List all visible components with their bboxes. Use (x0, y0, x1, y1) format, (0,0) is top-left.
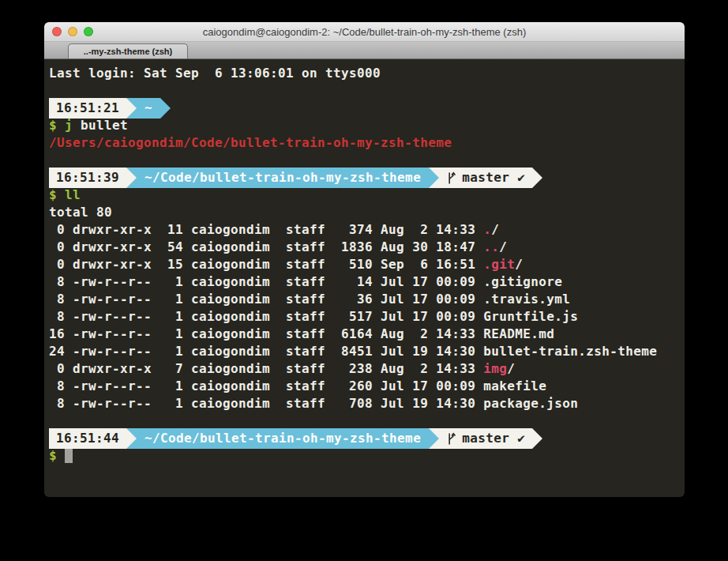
powerline-joint (532, 168, 542, 188)
dir-slash: / (491, 222, 499, 237)
directory-name: img (483, 361, 507, 376)
file-row: 0 drwxr-xr-x 54 caiogondim staff 1836 Au… (49, 239, 685, 256)
file-row: 8 -rw-r--r-- 1 caiogondim staff 260 Jul … (49, 378, 685, 395)
jump-output-path: /Users/caiogondim/Code/bullet-train-oh-m… (49, 135, 452, 150)
file-row-details: 24 -rw-r--r-- 1 caiogondim staff 8451 Ju… (49, 344, 483, 359)
powerline-joint (126, 168, 137, 188)
terminal-window: caiogondim@caiogondim-2: ~/Code/bullet-t… (44, 22, 685, 497)
file-row-details: 8 -rw-r--r-- 1 caiogondim staff 14 Jul 1… (49, 274, 483, 289)
terminal-cursor[interactable] (65, 448, 73, 463)
command-name: ll (57, 187, 81, 202)
file-row: 8 -rw-r--r-- 1 caiogondim staff 708 Jul … (49, 395, 685, 412)
dir-slash: / (507, 361, 515, 376)
dir-slash: / (499, 239, 507, 254)
file-row: 24 -rw-r--r-- 1 caiogondim staff 8451 Ju… (49, 343, 685, 360)
powerline-arrow-icon (532, 168, 542, 188)
prompt-char: $ (49, 187, 57, 202)
file-row-details: 8 -rw-r--r-- 1 caiogondim staff 517 Jul … (49, 309, 483, 324)
file-name: README.md (483, 326, 554, 341)
prompt-git-segment: master✔ (439, 168, 532, 188)
git-branch-name: master (462, 169, 509, 186)
git-branch-icon (446, 171, 456, 185)
prompt-time-segment: 16:51:39 (49, 168, 126, 188)
powerline-arrow-icon (429, 168, 439, 188)
prompt-path-segment: ~ (137, 98, 160, 119)
file-row: 0 drwxr-xr-x 7 caiogondim staff 238 Aug … (49, 360, 685, 378)
file-name: .travis.yml (483, 292, 570, 307)
terminal-tab[interactable]: ..-my-zsh-theme (zsh) (68, 43, 188, 58)
file-row: 8 -rw-r--r-- 1 caiogondim staff 36 Jul 1… (49, 291, 685, 308)
file-row: 0 drwxr-xr-x 11 caiogondim staff 374 Aug… (49, 221, 685, 239)
directory-name: .. (483, 239, 499, 254)
powerline-joint (429, 168, 439, 188)
prompt-path-segment: ~/Code/bullet-train-oh-my-zsh-theme (137, 168, 429, 188)
blank-line (49, 412, 685, 430)
powerline-arrow-icon (429, 428, 439, 449)
file-row: 0 drwxr-xr-x 15 caiogondim staff 510 Sep… (49, 256, 685, 273)
git-branch-icon (446, 431, 456, 446)
command-line-j: $ j bullet (49, 117, 685, 134)
command-name: j (57, 118, 73, 133)
powerline-joint (429, 428, 439, 449)
powerline-joint (126, 98, 137, 119)
powerline-joint (160, 98, 171, 119)
file-name: bullet-train.zsh-theme (483, 344, 657, 359)
powerline-joint (532, 428, 542, 449)
last-login-line: Last login: Sat Sep 6 13:06:01 on ttys00… (49, 65, 685, 82)
git-branch-name: master (462, 430, 509, 447)
prompt-time-segment: 16:51:21 (49, 98, 126, 119)
file-row-details: 8 -rw-r--r-- 1 caiogondim staff 36 Jul 1… (49, 292, 483, 307)
file-row: 8 -rw-r--r-- 1 caiogondim staff 517 Jul … (49, 308, 685, 326)
total-text: total 80 (49, 205, 112, 220)
file-row-details: 0 drwxr-xr-x 54 caiogondim staff 1836 Au… (49, 239, 483, 254)
tab-bar: ..-my-zsh-theme (zsh) (44, 42, 685, 59)
blank-line (49, 82, 685, 100)
file-name: makefile (483, 378, 546, 393)
file-row-details: 16 -rw-r--r-- 1 caiogondim staff 6164 Au… (49, 326, 483, 341)
powerline-arrow-icon (160, 98, 171, 119)
input-line[interactable]: $ (49, 447, 685, 465)
file-row-details: 0 drwxr-xr-x 15 caiogondim staff 510 Sep… (49, 257, 483, 272)
prompt-char: $ (49, 118, 57, 133)
command-args: bullet (73, 118, 128, 133)
prompt-line-1: 16:51:21~ (49, 100, 685, 117)
jump-output-line: /Users/caiogondim/Code/bullet-train-oh-m… (49, 134, 685, 152)
file-row-details: 0 drwxr-xr-x 7 caiogondim staff 238 Aug … (49, 361, 483, 376)
file-row: 8 -rw-r--r-- 1 caiogondim staff 14 Jul 1… (49, 273, 685, 291)
prompt-git-segment: master✔ (439, 428, 532, 449)
last-login-text: Last login: Sat Sep 6 13:06:01 on ttys00… (49, 66, 381, 81)
file-listing: 0 drwxr-xr-x 11 caiogondim staff 374 Aug… (49, 221, 685, 412)
file-row-details: 0 drwxr-xr-x 11 caiogondim staff 374 Aug… (49, 222, 483, 237)
prompt-time-segment: 16:51:44 (49, 428, 126, 449)
blank-line (49, 152, 685, 169)
prompt-path-segment: ~/Code/bullet-train-oh-my-zsh-theme (137, 428, 429, 449)
powerline-joint (126, 428, 137, 449)
powerline-arrow-icon (126, 168, 137, 188)
prompt-char: $ (49, 448, 57, 463)
file-row-details: 8 -rw-r--r-- 1 caiogondim staff 708 Jul … (49, 396, 483, 411)
window-title: caiogondim@caiogondim-2: ~/Code/bullet-t… (44, 26, 685, 38)
command-line-ll: $ ll (49, 186, 685, 204)
directory-name: . (483, 222, 491, 237)
prompt-line-2: 16:51:39~/Code/bullet-train-oh-my-zsh-th… (49, 169, 685, 186)
file-name: Gruntfile.js (483, 309, 578, 324)
file-name: .gitignore (483, 274, 562, 289)
file-name: package.json (483, 396, 578, 411)
powerline-arrow-icon (126, 428, 137, 449)
dir-slash: / (515, 257, 523, 272)
prompt-line-3: 16:51:44~/Code/bullet-train-oh-my-zsh-th… (49, 430, 685, 447)
tab-label: ..-my-zsh-theme (zsh) (84, 47, 172, 56)
powerline-arrow-icon (532, 428, 542, 449)
powerline-arrow-icon (126, 98, 137, 119)
file-row-details: 8 -rw-r--r-- 1 caiogondim staff 260 Jul … (49, 378, 483, 393)
terminal-content[interactable]: Last login: Sat Sep 6 13:06:01 on ttys00… (44, 59, 685, 497)
total-line: total 80 (49, 204, 685, 221)
file-row: 16 -rw-r--r-- 1 caiogondim staff 6164 Au… (49, 326, 685, 343)
git-clean-check-icon: ✔ (517, 430, 525, 447)
title-bar[interactable]: caiogondim@caiogondim-2: ~/Code/bullet-t… (44, 22, 685, 42)
directory-name: .git (483, 257, 515, 272)
git-clean-check-icon: ✔ (517, 169, 525, 186)
